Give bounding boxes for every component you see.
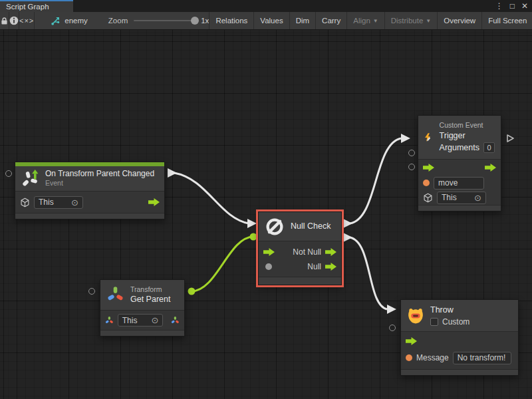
arguments-label: Arguments (440, 142, 479, 153)
node-footer (401, 369, 518, 375)
node-trigger-custom-event[interactable]: Custom Event Trigger Arguments 0 (418, 115, 501, 211)
message-field[interactable]: No transform! (453, 352, 511, 364)
node-get-parent[interactable]: Transform Get Parent This ⊙ (100, 279, 185, 336)
node-header: Null Check (259, 212, 341, 241)
target-value: This (442, 193, 457, 202)
throw-exception-icon (407, 307, 424, 325)
node-title: Trigger (440, 130, 495, 141)
transform-output-port[interactable] (171, 316, 180, 325)
transform-icon (106, 285, 124, 305)
flow-output-port[interactable] (148, 198, 160, 206)
tab-script-graph[interactable]: Script Graph (0, 0, 73, 12)
node-subtitle: Event (45, 179, 154, 188)
node-body: Message No transform! (401, 332, 518, 369)
code-icon: <×> (19, 17, 34, 25)
unconnected-port-indicator[interactable] (408, 150, 415, 156)
value-input-port[interactable] (423, 180, 430, 186)
target-dropdown[interactable]: This ⊙ (34, 196, 83, 209)
node-throw[interactable]: Throw Custom Message No transform! (400, 299, 519, 376)
node-body: This ⊙ (100, 311, 184, 330)
transform-port-icon[interactable] (105, 316, 114, 325)
port-label-null: Null (307, 262, 321, 271)
port-label-not-null: Not Null (293, 247, 321, 257)
gameobject-cube-icon (423, 193, 433, 203)
node-header: Transform Get Parent (100, 280, 184, 311)
graph-breadcrumb[interactable]: enemy (35, 12, 94, 29)
fullscreen-button[interactable]: Full Screen (481, 12, 532, 29)
overview-button[interactable]: Overview (437, 12, 481, 29)
arguments-count-field[interactable]: 0 (483, 142, 495, 153)
chevron-down-icon: ▼ (426, 17, 431, 24)
flow-input-port[interactable] (263, 248, 275, 256)
values-toggle[interactable]: Values (253, 12, 289, 29)
overview-label: Overview (444, 17, 475, 25)
message-value: No transform! (458, 353, 506, 362)
event-name-value: move (438, 178, 458, 188)
node-header: Throw Custom (401, 300, 518, 332)
node-title: Throw (430, 305, 469, 315)
node-body: This ⊙ (15, 192, 164, 213)
target-picker-icon[interactable]: ⊙ (474, 194, 481, 202)
node-category: Transform (130, 285, 170, 295)
lock-button[interactable] (0, 12, 9, 29)
unconnected-port-indicator[interactable] (389, 325, 396, 331)
tab-title: Script Graph (6, 3, 49, 11)
null-check-icon (265, 217, 285, 237)
relations-toggle[interactable]: Relations (209, 12, 253, 29)
distribute-dropdown[interactable]: Distribute ▼ (384, 12, 438, 29)
maximize-icon[interactable]: □ (510, 2, 515, 10)
flow-input-port[interactable] (423, 164, 434, 172)
zoom-label: Zoom (108, 17, 128, 25)
zoom-value: 1x (201, 17, 209, 25)
node-footer (100, 330, 184, 336)
graph-toolbar: <×> enemy Zoom 1x Relations Values Dim C… (0, 12, 532, 30)
custom-checkbox[interactable] (430, 318, 438, 326)
align-label: Align (353, 17, 370, 25)
value-input-port[interactable] (265, 263, 272, 270)
flow-output-port-null[interactable] (325, 263, 336, 271)
kebab-menu-icon[interactable]: ⋮ (495, 2, 503, 10)
graph-canvas[interactable]: On Transform Parent Changed Event This ⊙ (0, 30, 532, 399)
node-footer (259, 277, 341, 285)
close-icon[interactable]: ✕ (521, 2, 528, 10)
node-null-check[interactable]: Null Check Not Null Null (258, 211, 342, 285)
message-label: Message (416, 353, 449, 362)
node-header: Custom Event Trigger Arguments 0 (418, 116, 501, 160)
unconnected-port-indicator[interactable] (408, 164, 415, 170)
flow-output-port[interactable] (485, 164, 496, 172)
dim-label: Dim (296, 17, 309, 25)
node-title: Get Parent (130, 294, 170, 305)
event-name-field[interactable]: move (434, 177, 484, 190)
graph-name: enemy (65, 17, 88, 25)
unconnected-flow-output-indicator[interactable] (506, 134, 515, 143)
align-dropdown[interactable]: Align ▼ (346, 12, 384, 29)
value-input-port[interactable] (406, 354, 412, 361)
target-dropdown[interactable]: This ⊙ (118, 314, 164, 327)
window-controls: ⋮ □ ✕ (495, 0, 528, 12)
code-view-button[interactable]: <×> (19, 12, 35, 29)
target-picker-icon[interactable]: ⊙ (151, 316, 158, 325)
node-footer (418, 205, 501, 211)
target-dropdown[interactable]: This ⊙ (437, 192, 486, 204)
flow-output-port-not-null[interactable] (325, 248, 336, 256)
node-body: move This ⊙ (418, 160, 501, 205)
unconnected-port-indicator[interactable] (88, 288, 95, 295)
zoom-slider-handle[interactable] (191, 17, 199, 25)
inspect-button[interactable] (9, 12, 19, 29)
values-label: Values (260, 17, 283, 25)
zoom-slider[interactable] (134, 20, 195, 21)
unconnected-port-indicator[interactable] (5, 170, 12, 177)
flow-input-port[interactable] (406, 337, 417, 345)
node-footer (15, 213, 164, 219)
gameobject-cube-icon (20, 198, 30, 207)
node-title: Null Check (291, 221, 331, 231)
lock-icon (0, 17, 9, 25)
node-on-transform-parent-changed[interactable]: On Transform Parent Changed Event This ⊙ (15, 162, 165, 219)
carry-toggle[interactable]: Carry (315, 12, 346, 29)
custom-label: Custom (442, 317, 469, 327)
dim-toggle[interactable]: Dim (289, 12, 315, 29)
node-title: On Transform Parent Changed (45, 169, 154, 180)
target-picker-icon[interactable]: ⊙ (71, 198, 78, 207)
node-header: On Transform Parent Changed Event (15, 166, 164, 192)
custom-event-icon (424, 128, 434, 148)
